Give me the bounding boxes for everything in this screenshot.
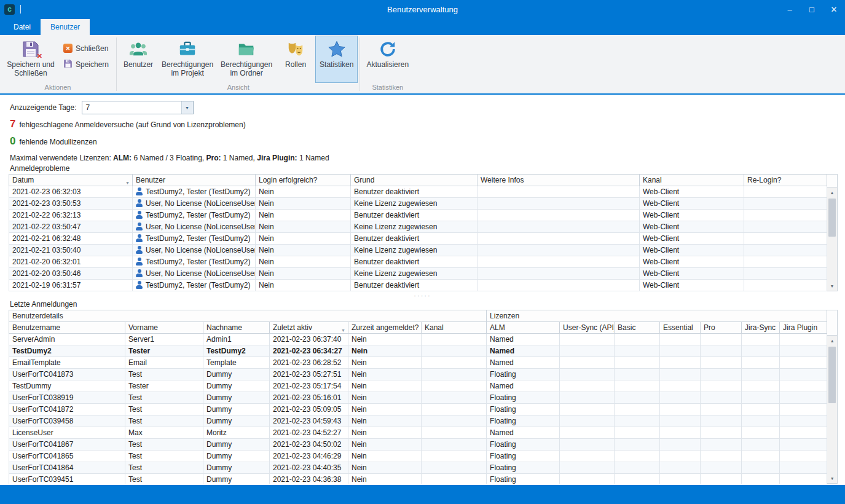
column-header[interactable]: Vorname <box>125 322 203 334</box>
license-segment: 1 Named, <box>221 154 257 162</box>
scroll-up-icon[interactable]: ▲ <box>827 187 837 197</box>
cell <box>701 427 742 439</box>
table-row[interactable]: LicenseUserMaxMoritz2021-02-23 04:52:27N… <box>9 427 827 439</box>
statistics-button[interactable]: Statistiken <box>315 36 358 83</box>
scrollbar-thumb[interactable] <box>828 347 836 403</box>
table-row[interactable]: UserForTC041872TestDummy2021-02-23 05:09… <box>9 404 827 415</box>
column-header[interactable]: Weitere Infos <box>478 175 640 186</box>
scrollbar-track[interactable] <box>827 345 837 473</box>
roles-button[interactable]: Rollen <box>276 36 315 83</box>
column-header[interactable]: Zurzeit angemeldet? <box>348 322 422 334</box>
failed-logins-count: 7 <box>10 118 15 130</box>
table-row[interactable]: UserForTC041864TestDummy2021-02-23 04:40… <box>9 462 827 474</box>
scrollbar-thumb[interactable] <box>828 199 836 237</box>
save-and-close-button[interactable]: ✕ Speichern und Schließen <box>1 36 60 83</box>
column-header[interactable]: Kanal <box>640 175 744 186</box>
cell-text: Web-Client <box>643 199 679 208</box>
table-row[interactable]: TestDummyTesterDummy2021-02-23 05:17:54N… <box>9 380 827 392</box>
max-licenses-values: ALM: 6 Named / 3 Floating, Pro: 1 Named,… <box>113 154 329 162</box>
logins-scrollbar[interactable]: ▲ ▼ <box>827 310 838 484</box>
table-row[interactable]: 2021-02-20 03:50:46User, No License (NoL… <box>9 268 827 280</box>
table-row[interactable]: 2021-02-20 06:32:01TestDumy2, Tester (Te… <box>9 256 827 268</box>
permissions-folder-button[interactable]: Berechtigungen im Ordner <box>217 36 276 83</box>
table-row[interactable]: 2021-02-22 03:50:47User, No License (NoL… <box>9 221 827 233</box>
cell: UserForTC039458 <box>9 415 125 427</box>
column-header[interactable]: Kanal <box>422 322 487 334</box>
cell: Floating <box>487 439 560 451</box>
missing-licenses-stat: 0 fehlende Modullizenzen <box>10 135 97 148</box>
table-row[interactable]: UserForTC038919TestDummy2021-02-23 05:16… <box>9 392 827 404</box>
table-row[interactable]: ServerAdminServer1Admin12021-02-23 06:37… <box>9 334 827 345</box>
column-header[interactable]: Jira Plugin <box>780 322 827 334</box>
problems-section-label: Anmeldeprobleme <box>10 164 69 173</box>
column-header[interactable]: Grund <box>351 175 478 186</box>
column-header-label: Benutzername <box>12 323 60 332</box>
cell-text: Web-Client <box>643 222 679 231</box>
days-dropdown[interactable]: 7 ▼ <box>82 101 194 114</box>
scroll-down-icon[interactable]: ▼ <box>827 281 837 291</box>
permissions-project-button[interactable]: Berechtigungen im Projekt <box>158 36 217 83</box>
scroll-up-icon[interactable]: ▲ <box>827 336 837 345</box>
dropdown-arrow-icon[interactable]: ▼ <box>181 101 193 114</box>
column-header-label: Vorname <box>128 323 158 332</box>
column-header[interactable]: Nachname <box>203 322 270 334</box>
minimize-button[interactable]: – <box>779 0 801 18</box>
cell <box>422 415 487 427</box>
tab-datei[interactable]: Datei <box>4 19 41 35</box>
cell: Test <box>125 392 203 404</box>
column-header[interactable]: Pro <box>701 322 742 334</box>
table-row[interactable]: 2021-02-19 06:31:57TestDumy2, Tester (Te… <box>9 280 827 291</box>
cell <box>744 280 827 291</box>
cell: Benutzer deaktiviert <box>351 186 478 198</box>
table-row[interactable]: UserForTC039458TestDummy2021-02-23 04:59… <box>9 415 827 427</box>
save-ribbon-button[interactable]: Speichern <box>60 57 114 71</box>
problems-scrollbar[interactable]: ▲ ▼ <box>827 174 838 291</box>
missing-licenses-label: fehlende Modullizenzen <box>19 138 96 146</box>
maximize-button[interactable]: □ <box>801 0 823 18</box>
column-header[interactable]: Datum▼ <box>9 175 133 186</box>
user-icon <box>136 258 143 266</box>
column-header[interactable]: Essential <box>660 322 701 334</box>
scrollbar-track[interactable] <box>827 197 837 281</box>
cell <box>422 392 487 404</box>
cell: UserForTC041872 <box>9 404 125 415</box>
table-row[interactable]: UserForTC041865TestDummy2021-02-23 04:46… <box>9 451 827 462</box>
column-header[interactable]: ALM <box>487 322 560 334</box>
cell <box>780 345 827 357</box>
table-row[interactable]: UserForTC039451TestDummy2021-02-23 04:36… <box>9 474 827 484</box>
table-row[interactable]: UserForTC041867TestDummy2021-02-23 04:50… <box>9 439 827 451</box>
table-row[interactable]: 2021-02-23 06:32:03TestDumy2, Tester (Te… <box>9 186 827 198</box>
column-header[interactable]: Zuletzt aktiv▼ <box>270 322 348 334</box>
table-row[interactable]: 2021-02-21 03:50:40User, No License (NoL… <box>9 245 827 256</box>
cell: Web-Client <box>640 280 744 291</box>
table-row[interactable]: TestDumy2TesterTestDumy22021-02-23 06:34… <box>9 345 827 357</box>
max-licenses-prefix: Maximal verwendete Lizenzen: <box>10 154 113 162</box>
users-view-button[interactable]: Benutzer <box>119 36 158 83</box>
splitter-handle[interactable]: ····· <box>0 293 845 299</box>
close-button[interactable]: ✕ <box>823 0 845 18</box>
table-row[interactable]: 2021-02-23 03:50:53User, No License (NoL… <box>9 198 827 210</box>
tab-benutzer[interactable]: Benutzer <box>41 19 90 35</box>
column-header[interactable]: Login erfolgreich? <box>256 175 351 186</box>
scroll-down-icon[interactable]: ▼ <box>827 473 837 483</box>
close-ribbon-button[interactable]: ✕ Schließen <box>60 41 114 55</box>
band-header: Lizenzen <box>487 310 827 322</box>
table-row[interactable]: EmailTemplateEmailTemplate2021-02-23 06:… <box>9 357 827 369</box>
column-header[interactable]: Benutzer <box>133 175 256 186</box>
cell <box>422 439 487 451</box>
cell: UserForTC041864 <box>9 462 125 474</box>
cell <box>615 404 660 415</box>
license-segment: ALM: <box>113 154 132 162</box>
cell: Test <box>125 415 203 427</box>
column-header[interactable]: User-Sync (API) <box>560 322 615 334</box>
column-header[interactable]: Benutzername <box>9 322 125 334</box>
column-header[interactable]: Basic <box>615 322 660 334</box>
refresh-button[interactable]: Aktualisieren <box>362 36 413 83</box>
cell-text: User, No License (NoLicenseUser) <box>146 222 256 231</box>
table-row[interactable]: 2021-02-21 06:32:48TestDumy2, Tester (Te… <box>9 233 827 245</box>
cell: 2021-02-21 06:32:48 <box>9 233 133 245</box>
table-row[interactable]: UserForTC041873TestDummy2021-02-23 05:27… <box>9 369 827 380</box>
column-header[interactable]: Jira-Sync <box>742 322 780 334</box>
column-header[interactable]: Re-Login? <box>744 175 827 186</box>
table-row[interactable]: 2021-02-22 06:32:13TestDumy2, Tester (Te… <box>9 210 827 221</box>
